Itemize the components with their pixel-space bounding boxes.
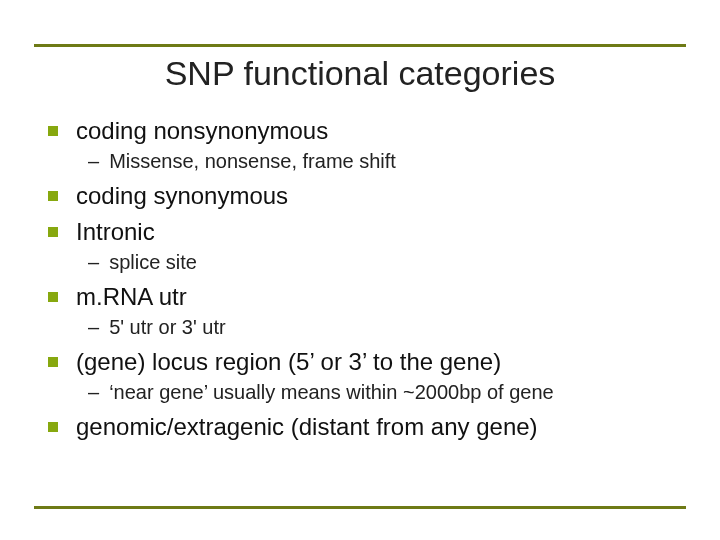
list-subitem-label: Missense, nonsense, frame shift bbox=[109, 148, 396, 175]
list-subitem: – ‘near gene’ usually means within ~2000… bbox=[88, 379, 680, 406]
divider-bottom bbox=[34, 506, 686, 509]
square-bullet-icon bbox=[48, 292, 58, 302]
list-item-label: (gene) locus region (5’ or 3’ to the gen… bbox=[76, 347, 501, 377]
list-item-label: Intronic bbox=[76, 217, 155, 247]
list-item-label: coding nonsynonymous bbox=[76, 116, 328, 146]
list-item: m.RNA utr bbox=[48, 282, 680, 312]
list-subitem: – Missense, nonsense, frame shift bbox=[88, 148, 680, 175]
square-bullet-icon bbox=[48, 227, 58, 237]
list-subitem: – 5' utr or 3' utr bbox=[88, 314, 680, 341]
list-subitem-label: 5' utr or 3' utr bbox=[109, 314, 226, 341]
square-bullet-icon bbox=[48, 357, 58, 367]
list-item: (gene) locus region (5’ or 3’ to the gen… bbox=[48, 347, 680, 377]
slide: SNP functional categories coding nonsyno… bbox=[0, 0, 720, 540]
list-item-label: genomic/extragenic (distant from any gen… bbox=[76, 412, 538, 442]
square-bullet-icon bbox=[48, 422, 58, 432]
page-title: SNP functional categories bbox=[0, 54, 720, 93]
list-item: coding nonsynonymous bbox=[48, 116, 680, 146]
dash-bullet-icon: – bbox=[88, 379, 99, 406]
square-bullet-icon bbox=[48, 126, 58, 136]
list-subitem-label: splice site bbox=[109, 249, 197, 276]
dash-bullet-icon: – bbox=[88, 249, 99, 276]
square-bullet-icon bbox=[48, 191, 58, 201]
list-item-label: coding synonymous bbox=[76, 181, 288, 211]
dash-bullet-icon: – bbox=[88, 148, 99, 175]
list-item: genomic/extragenic (distant from any gen… bbox=[48, 412, 680, 442]
list-subitem: – splice site bbox=[88, 249, 680, 276]
list-item: Intronic bbox=[48, 217, 680, 247]
list-subitem-label: ‘near gene’ usually means within ~2000bp… bbox=[109, 379, 554, 406]
list-item-label: m.RNA utr bbox=[76, 282, 187, 312]
list-item: coding synonymous bbox=[48, 181, 680, 211]
dash-bullet-icon: – bbox=[88, 314, 99, 341]
content-list: coding nonsynonymous – Missense, nonsens… bbox=[48, 110, 680, 444]
divider-top bbox=[34, 44, 686, 47]
